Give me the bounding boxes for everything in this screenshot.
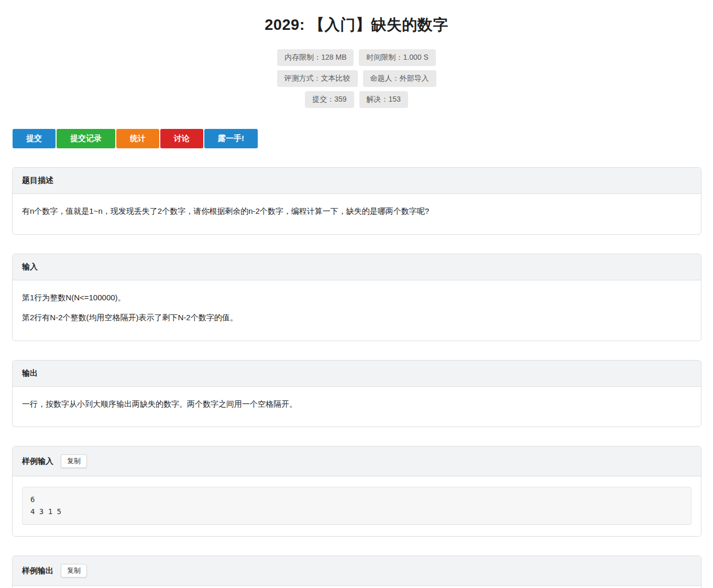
sample-output-card: 样例输出 复制 2 6 bbox=[12, 556, 701, 588]
problem-page: 2029: 【入门】缺失的数字 内存限制：128 MB 时间限制：1.000 S… bbox=[0, 0, 713, 588]
problem-meta: 内存限制：128 MB 时间限制：1.000 S 评测方式：文本比较 命题人：外… bbox=[0, 49, 713, 108]
sample-output-copy-button[interactable]: 复制 bbox=[61, 564, 87, 578]
output-card: 输出 一行，按数字从小到大顺序输出两缺失的数字。两个数字之间用一个空格隔开。 bbox=[12, 360, 701, 428]
description-card-body: 有n个数字，值就是1~n，现发现丢失了2个数字，请你根据剩余的n-2个数字，编程… bbox=[13, 194, 701, 234]
judge-mode-badge: 评测方式：文本比较 bbox=[277, 70, 358, 87]
input-line-2: 第2行有N-2个整数(均用空格隔开)表示了剩下N-2个数字的值。 bbox=[22, 312, 692, 324]
output-title: 输出 bbox=[22, 368, 38, 378]
sample-input-copy-button[interactable]: 复制 bbox=[61, 454, 87, 468]
page-title: 2029: 【入门】缺失的数字 bbox=[0, 0, 713, 36]
tab-discussion[interactable]: 讨论 bbox=[160, 129, 203, 148]
description-title: 题目描述 bbox=[22, 176, 53, 186]
sample-input-card: 样例输入 复制 6 4 3 1 5 bbox=[12, 446, 701, 537]
time-limit-badge: 时间限制：1.000 S bbox=[359, 49, 435, 66]
input-title: 输入 bbox=[22, 262, 38, 272]
sample-input-title: 样例输入 bbox=[22, 456, 53, 466]
sample-output-card-header: 样例输出 复制 bbox=[13, 556, 701, 586]
description-card: 题目描述 有n个数字，值就是1~n，现发现丢失了2个数字，请你根据剩余的n-2个… bbox=[12, 167, 701, 235]
sample-output-card-body: 2 6 bbox=[13, 586, 701, 588]
author-badge: 命题人：外部导入 bbox=[363, 70, 436, 87]
description-text: 有n个数字，值就是1~n，现发现丢失了2个数字，请你根据剩余的n-2个数字，编程… bbox=[22, 205, 692, 217]
tab-submit[interactable]: 提交 bbox=[13, 129, 56, 148]
tab-show-off[interactable]: 露一手! bbox=[204, 129, 258, 148]
description-card-header: 题目描述 bbox=[13, 168, 701, 194]
output-card-body: 一行，按数字从小到大顺序输出两缺失的数字。两个数字之间用一个空格隔开。 bbox=[13, 387, 701, 427]
input-card-header: 输入 bbox=[13, 254, 701, 280]
input-line-1: 第1行为整数N(N<=100000)。 bbox=[22, 292, 692, 304]
memory-limit-badge: 内存限制：128 MB bbox=[277, 49, 354, 66]
input-card: 输入 第1行为整数N(N<=100000)。 第2行有N-2个整数(均用空格隔开… bbox=[12, 254, 701, 341]
badge-row-3: 提交：359 解决：153 bbox=[0, 91, 713, 108]
output-text: 一行，按数字从小到大顺序输出两缺失的数字。两个数字之间用一个空格隔开。 bbox=[22, 398, 692, 410]
badge-row-1: 内存限制：128 MB 时间限制：1.000 S bbox=[0, 49, 713, 66]
tab-statistics[interactable]: 统计 bbox=[116, 129, 159, 148]
sample-input-card-body: 6 4 3 1 5 bbox=[13, 476, 701, 536]
sample-input-card-header: 样例输入 复制 bbox=[13, 447, 701, 476]
sample-output-title: 样例输出 bbox=[22, 566, 53, 576]
action-tabs: 提交 提交记录 统计 讨论 露一手! bbox=[13, 129, 713, 148]
submissions-badge: 提交：359 bbox=[305, 91, 354, 108]
tab-submission-records[interactable]: 提交记录 bbox=[57, 129, 115, 148]
sample-input-content: 6 4 3 1 5 bbox=[22, 487, 692, 525]
output-card-header: 输出 bbox=[13, 361, 701, 387]
input-card-body: 第1行为整数N(N<=100000)。 第2行有N-2个整数(均用空格隔开)表示… bbox=[13, 280, 701, 341]
solved-badge: 解决：153 bbox=[359, 91, 408, 108]
badge-row-2: 评测方式：文本比较 命题人：外部导入 bbox=[0, 70, 713, 87]
